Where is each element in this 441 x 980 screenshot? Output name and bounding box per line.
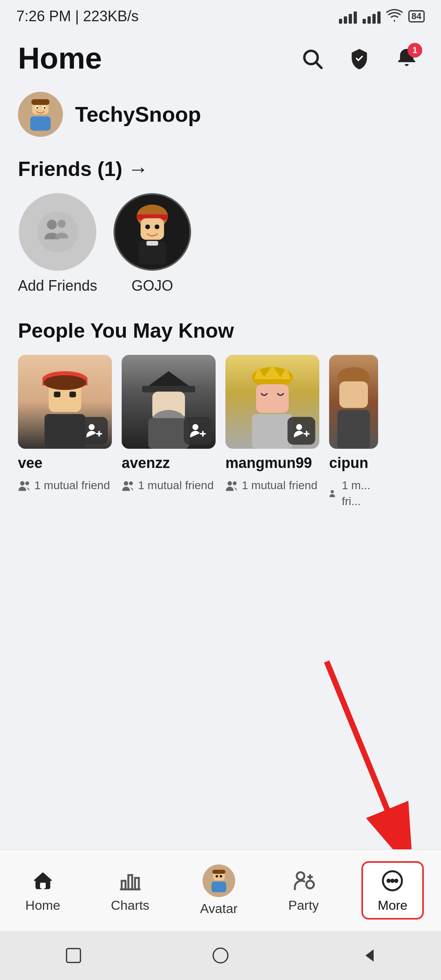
friends-list: Add Friends [18, 193, 423, 294]
svg-point-77 [213, 948, 228, 963]
nav-party[interactable]: Party [280, 861, 327, 920]
nav-charts-label: Charts [111, 898, 149, 913]
svg-point-48 [227, 481, 232, 486]
header-actions: 1 [296, 42, 423, 75]
svg-rect-59 [128, 875, 132, 889]
svg-marker-78 [365, 949, 374, 962]
person-vee-name: vee [18, 454, 112, 472]
svg-point-18 [155, 225, 159, 229]
page-title: Home [18, 41, 102, 76]
nav-more[interactable]: More [361, 861, 424, 920]
person-cipun-mutual: 1 m... fri... [329, 477, 378, 509]
wifi-icon [386, 7, 403, 25]
friend-gojo[interactable]: GOJO [114, 193, 191, 294]
nav-home-label: Home [25, 898, 60, 913]
people-section: People You May Know [18, 319, 423, 509]
nav-more-label: More [378, 898, 408, 913]
svg-rect-43 [256, 384, 289, 413]
person-mangmun99-mutual: 1 mutual friend [225, 477, 319, 493]
person-avenzz-img [122, 355, 216, 449]
nav-home[interactable]: Home [17, 861, 68, 920]
svg-point-49 [233, 481, 236, 485]
svg-point-66 [220, 875, 222, 878]
status-time: 7:26 PM | 223KB/s [16, 8, 139, 25]
add-friend-mangmun99-button[interactable] [287, 417, 315, 445]
svg-rect-16 [140, 218, 164, 240]
more-icon [379, 868, 405, 894]
svg-point-10 [37, 212, 78, 252]
username: TechySnoop [75, 102, 201, 127]
add-friends-label: Add Friends [18, 277, 97, 294]
person-avenzz-mutual: 1 mutual friend [122, 477, 216, 493]
svg-point-28 [89, 424, 95, 430]
svg-rect-44 [252, 414, 293, 449]
svg-line-55 [327, 662, 400, 841]
android-square-button[interactable] [57, 939, 90, 972]
svg-point-74 [392, 880, 394, 882]
user-avatar [18, 92, 63, 137]
people-section-title: People You May Know [18, 319, 423, 343]
person-cipun-name: cipun [329, 454, 378, 472]
svg-rect-76 [67, 949, 80, 962]
svg-rect-64 [212, 870, 225, 874]
svg-point-65 [216, 875, 218, 878]
svg-point-24 [44, 375, 86, 390]
svg-rect-9 [30, 116, 51, 131]
svg-point-69 [306, 881, 314, 889]
shield-button[interactable] [343, 42, 376, 75]
status-bar: 7:26 PM | 223KB/s 84 [0, 0, 441, 33]
signal-icon-2 [363, 9, 381, 24]
avatar-nav-icon [203, 864, 235, 897]
person-avenzz: avenzz 1 mutual friend [122, 355, 216, 509]
svg-rect-58 [122, 881, 125, 889]
header: Home 1 [0, 33, 441, 84]
svg-rect-52 [337, 410, 370, 449]
svg-point-17 [145, 225, 150, 229]
search-button[interactable] [296, 42, 328, 75]
svg-point-40 [124, 481, 128, 486]
add-friend-avenzz-button[interactable] [184, 417, 212, 445]
svg-point-45 [296, 424, 302, 430]
add-friends-item[interactable]: Add Friends [18, 193, 97, 294]
person-vee-img [18, 355, 112, 449]
android-back-button[interactable] [351, 939, 384, 972]
person-mangmun99-img [225, 355, 319, 449]
status-icons: 84 [339, 7, 425, 25]
svg-point-7 [36, 107, 38, 109]
person-cipun: cipun 1 m... fri... [329, 355, 378, 509]
notification-badge: 1 [408, 43, 422, 58]
signal-icon [339, 9, 357, 24]
arrow-annotation [302, 653, 425, 858]
home-icon [30, 868, 56, 894]
nav-charts[interactable]: Charts [103, 861, 158, 920]
svg-rect-60 [135, 878, 138, 889]
person-avenzz-name: avenzz [122, 454, 216, 472]
svg-rect-27 [45, 414, 85, 449]
nav-avatar-label: Avatar [200, 901, 238, 916]
main-content: TechySnoop Friends (1) → Add Friends [0, 84, 441, 517]
svg-point-73 [388, 880, 390, 882]
friends-section-title: Friends (1) → [18, 157, 423, 181]
person-mangmun99-name: mangmun99 [225, 454, 319, 472]
svg-rect-51 [339, 381, 368, 408]
notification-button[interactable]: 1 [390, 42, 423, 75]
svg-rect-4 [31, 99, 49, 105]
svg-point-68 [297, 872, 305, 880]
battery-icon: 84 [408, 10, 425, 22]
charts-icon [117, 868, 143, 894]
svg-rect-33 [142, 386, 195, 392]
add-friends-avatar [19, 193, 96, 271]
svg-point-53 [331, 490, 334, 494]
nav-avatar[interactable]: Avatar [192, 858, 246, 923]
person-vee: vee 1 mutual friend [18, 355, 112, 509]
svg-rect-36 [148, 418, 189, 449]
party-icon [290, 868, 316, 894]
svg-point-32 [25, 481, 29, 485]
svg-rect-57 [40, 883, 46, 889]
add-friend-vee-button[interactable] [80, 417, 108, 445]
android-circle-button[interactable] [204, 939, 237, 972]
friends-section: Friends (1) → Add Friends [18, 157, 423, 294]
svg-point-37 [192, 424, 198, 430]
svg-rect-26 [69, 392, 76, 397]
svg-rect-67 [212, 882, 226, 892]
